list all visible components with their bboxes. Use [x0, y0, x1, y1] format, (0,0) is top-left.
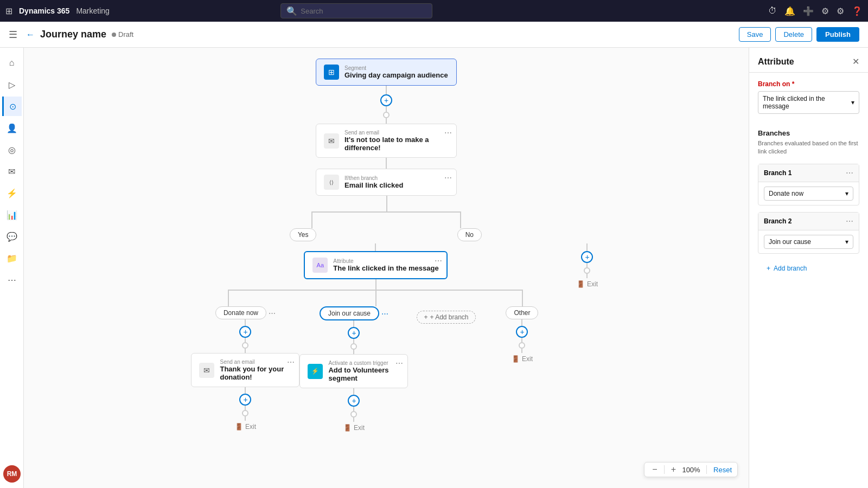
app-module: Marketing: [76, 7, 109, 15]
filter-icon[interactable]: ⚙: [821, 6, 829, 16]
search-input[interactable]: [301, 7, 426, 15]
donate-vline-6: [245, 416, 246, 421]
segment-node[interactable]: ⊞ Segment Giving day campaign audience: [316, 59, 457, 86]
sidebar-segments[interactable]: ◎: [2, 140, 22, 159]
journey-canvas[interactable]: ⊞ Segment Giving day campaign audience +: [24, 48, 749, 488]
sub-mid-vline: [375, 290, 376, 306]
split-right-vline: [460, 211, 461, 228]
add-branch-col: + + Add branch: [408, 306, 484, 324]
branch-2-chevron: ▾: [845, 238, 848, 246]
sidebar-analytics[interactable]: 📊: [2, 205, 22, 224]
add-branch-node[interactable]: + + Add branch: [417, 311, 475, 324]
right-panel: Attribute ✕ Branch on * The link clicked…: [749, 48, 868, 488]
yes-no-labels: Yes No: [261, 228, 511, 241]
trigger-node[interactable]: ⚡ Activate a custom trigger Add to Volun…: [299, 354, 408, 388]
delete-button[interactable]: Delete: [775, 27, 812, 42]
sidebar-contacts[interactable]: 👤: [2, 118, 22, 138]
join-circle-2: [350, 411, 357, 418]
join-add[interactable]: +: [348, 327, 360, 339]
branch-on-section: Branch on * The link clicked in the mess…: [749, 73, 868, 121]
other-branch: Other + 🚪 Exit: [484, 306, 560, 363]
join-menu[interactable]: ⋯: [381, 310, 388, 318]
donate-add-2[interactable]: +: [239, 394, 251, 406]
connector-circle-1: [383, 112, 390, 118]
user-avatar[interactable]: RM: [3, 465, 21, 483]
trigger-icon: ⚡: [308, 364, 323, 379]
second-bar: ☰ ← Journey name Draft Save Delete Publi…: [0, 22, 868, 48]
add-icon[interactable]: ➕: [803, 6, 814, 16]
add-step-1[interactable]: +: [380, 94, 392, 106]
no-col-header: No: [428, 228, 511, 241]
sidebar-more[interactable]: ⋯: [2, 270, 22, 290]
branch-1-select[interactable]: Donate now ▾: [764, 187, 853, 201]
zoom-out-button[interactable]: −: [650, 465, 659, 474]
connector-line-4: [386, 158, 387, 169]
branch-node-text: If/then branch Email link clicked: [344, 175, 403, 189]
panel-add-icon: +: [767, 265, 770, 272]
grid-icon[interactable]: ⊞: [5, 6, 12, 16]
trigger-text: Activate a custom trigger Add to Volunte…: [328, 360, 400, 382]
join-label-row: Join our cause ⋯: [320, 306, 388, 320]
branch-1-more[interactable]: ⋯: [846, 169, 853, 177]
donate-vline-5: [245, 406, 246, 410]
no-add[interactable]: +: [581, 251, 593, 263]
exit-icon-3: 🚪: [512, 355, 520, 363]
zoom-divider-2: [706, 465, 707, 474]
no-vline-3: [586, 274, 588, 278]
sidebar-emails[interactable]: ✉: [2, 162, 22, 181]
branch-content-row: Aa Attribute The link clicked in the mes…: [175, 243, 598, 432]
top-nav: ⊞ Dynamics 365 Marketing 🔍 ⏱ 🔔 ➕ ⚙ ⚙ ❓: [0, 0, 868, 22]
panel-add-branch-button[interactable]: + Add branch: [758, 260, 859, 277]
zoom-reset-button[interactable]: Reset: [713, 466, 732, 474]
branch-2-select[interactable]: Join our cause ▾: [764, 235, 853, 249]
other-label: Other: [506, 306, 538, 319]
donate-circle-2: [242, 410, 248, 416]
help-icon[interactable]: ❓: [852, 6, 863, 16]
trigger-menu[interactable]: ⋯: [395, 359, 403, 368]
email-donate-node[interactable]: ✉ Send an email Thank you for your donat…: [191, 353, 299, 387]
hamburger-icon[interactable]: ☰: [9, 29, 17, 41]
other-add[interactable]: +: [516, 326, 528, 338]
segment-icon: ⊞: [324, 65, 339, 80]
segment-node-text: Segment Giving day campaign audience: [344, 65, 448, 79]
panel-close-button[interactable]: ✕: [852, 56, 859, 67]
zoom-in-button[interactable]: +: [669, 465, 678, 474]
donate-add[interactable]: +: [239, 326, 251, 338]
toolbar-actions: Save Delete Publish: [739, 27, 859, 42]
save-button[interactable]: Save: [739, 27, 771, 42]
activity-icon[interactable]: ⏱: [768, 6, 777, 16]
sidebar-arrow[interactable]: ▷: [2, 75, 22, 94]
donate-exit: 🚪 Exit: [235, 423, 256, 431]
donate-vline-1: [245, 319, 246, 326]
yes-label: Yes: [290, 228, 317, 241]
publish-button[interactable]: Publish: [816, 27, 859, 42]
branch-node[interactable]: ⟨⟩ If/then branch Email link clicked ⋯: [316, 169, 457, 196]
join-add-2[interactable]: +: [348, 395, 360, 407]
email-node-1[interactable]: ✉ Send an email It's not too late to mak…: [316, 124, 457, 158]
no-label: No: [457, 228, 482, 241]
donate-menu[interactable]: ⋯: [269, 309, 276, 317]
email-node-1-menu[interactable]: ⋯: [444, 129, 452, 137]
search-bar[interactable]: 🔍: [280, 3, 432, 18]
sidebar-home[interactable]: ⌂: [2, 53, 22, 73]
email-donate-menu[interactable]: ⋯: [287, 358, 295, 367]
sidebar-assets[interactable]: 📁: [2, 248, 22, 268]
settings-icon[interactable]: ⚙: [837, 6, 844, 16]
sidebar-journey[interactable]: ⊙: [2, 97, 22, 116]
no-circle: [584, 267, 590, 274]
branch-on-select[interactable]: The link clicked in the message ▾: [758, 91, 859, 114]
attribute-node[interactable]: Aa Attribute The link clicked in the mes…: [304, 251, 447, 279]
yes-no-split: [261, 196, 511, 228]
branch-2-title: Branch 2: [764, 217, 792, 225]
back-button[interactable]: ←: [26, 30, 35, 40]
notification-icon[interactable]: 🔔: [784, 6, 795, 16]
sidebar-chat[interactable]: 💬: [2, 227, 22, 246]
join-vline-4: [353, 388, 354, 395]
branch-2-more[interactable]: ⋯: [846, 217, 853, 226]
join-vline-2: [353, 339, 354, 343]
main-layout: ⌂ ▷ ⊙ 👤 ◎ ✉ ⚡ 📊 💬 📁 ⋯ ⊞ Segment Giving d…: [0, 48, 868, 488]
sidebar-triggers[interactable]: ⚡: [2, 183, 22, 203]
email-icon-1: ✉: [324, 133, 339, 149]
branch-node-menu[interactable]: ⋯: [444, 174, 452, 182]
attribute-node-menu[interactable]: ⋯: [435, 256, 442, 265]
